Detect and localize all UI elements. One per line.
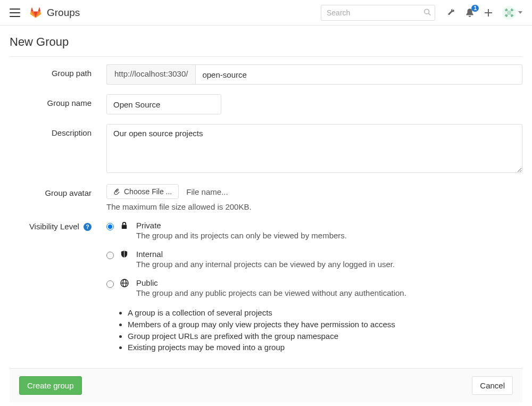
help-icon[interactable]: ? bbox=[84, 223, 92, 231]
label-description: Description bbox=[10, 124, 106, 137]
label-visibility: Visibility Level ? bbox=[10, 221, 106, 231]
info-item: Existing projects may be moved into a gr… bbox=[128, 342, 522, 353]
notifications-icon[interactable]: 1 bbox=[465, 8, 475, 18]
visibility-title: Private bbox=[136, 221, 522, 230]
visibility-title: Internal bbox=[136, 250, 522, 259]
tanuki-icon bbox=[30, 7, 41, 19]
group-info-list: A group is a collection of several proje… bbox=[106, 307, 522, 353]
visibility-option-public: Public The group and any public projects… bbox=[106, 278, 522, 297]
admin-wrench-icon[interactable] bbox=[447, 9, 455, 17]
notification-badge: 1 bbox=[471, 5, 479, 12]
shield-icon bbox=[120, 250, 130, 260]
row-group-name: Group name bbox=[10, 94, 522, 114]
visibility-option-private: Private The group and its projects can o… bbox=[106, 221, 522, 240]
label-group-avatar: Group avatar bbox=[10, 184, 106, 197]
visibility-radio-private[interactable] bbox=[106, 223, 114, 230]
label-group-name: Group name bbox=[10, 94, 106, 107]
row-description: Description bbox=[10, 124, 522, 175]
user-menu[interactable] bbox=[502, 6, 522, 20]
visibility-title: Public bbox=[136, 278, 522, 287]
description-input[interactable] bbox=[106, 124, 522, 173]
cancel-button[interactable]: Cancel bbox=[472, 376, 513, 395]
globe-icon bbox=[120, 279, 130, 289]
row-visibility: Visibility Level ? Private The group and… bbox=[10, 221, 522, 353]
header-actions: 1 bbox=[447, 6, 522, 20]
choose-file-label: Choose File ... bbox=[124, 187, 172, 196]
row-group-avatar: Group avatar Choose File ... File name..… bbox=[10, 184, 522, 211]
visibility-desc: The group and any public projects can be… bbox=[136, 288, 522, 297]
brand-title[interactable]: Groups bbox=[47, 7, 80, 19]
row-group-path: Group path http://localhost:3030/ bbox=[10, 64, 522, 85]
label-group-path: Group path bbox=[10, 64, 106, 78]
lock-icon bbox=[120, 221, 130, 231]
avatar bbox=[502, 6, 516, 20]
visibility-radio-public[interactable] bbox=[106, 280, 114, 288]
avatar-help-text: The maximum file size allowed is 200KB. bbox=[106, 202, 522, 211]
main-container: New Group Group path http://localhost:30… bbox=[0, 26, 532, 368]
chevron-down-icon bbox=[518, 11, 522, 14]
info-item: Group project URLs are prefixed with the… bbox=[128, 330, 522, 342]
svg-rect-4 bbox=[122, 225, 127, 229]
visibility-radio-internal[interactable] bbox=[106, 252, 114, 259]
info-item: A group is a collection of several proje… bbox=[128, 307, 522, 319]
paperclip-icon bbox=[113, 188, 120, 195]
visibility-desc: The group and any internal projects can … bbox=[136, 260, 522, 269]
file-name-display: File name... bbox=[186, 187, 228, 196]
form-footer: Create group Cancel bbox=[10, 368, 522, 402]
svg-rect-3 bbox=[485, 12, 492, 13]
group-path-prefix: http://localhost:3030/ bbox=[106, 64, 195, 85]
new-group-form: Group path http://localhost:3030/ Group … bbox=[10, 57, 522, 368]
group-name-input[interactable] bbox=[106, 94, 221, 114]
choose-file-button[interactable]: Choose File ... bbox=[106, 184, 179, 199]
plus-icon[interactable] bbox=[484, 9, 493, 17]
search-box bbox=[321, 5, 435, 21]
search-input[interactable] bbox=[321, 5, 435, 21]
create-group-button[interactable]: Create group bbox=[19, 376, 82, 395]
info-item: Members of a group may only view project… bbox=[128, 319, 522, 330]
visibility-option-internal: Internal The group and any internal proj… bbox=[106, 250, 522, 269]
visibility-desc: The group and its projects can only be v… bbox=[136, 231, 522, 240]
hamburger-icon[interactable] bbox=[10, 9, 20, 17]
gitlab-logo[interactable] bbox=[30, 7, 41, 19]
page-title: New Group bbox=[10, 35, 522, 56]
app-header: Groups 1 bbox=[0, 0, 532, 26]
group-path-input[interactable] bbox=[195, 64, 522, 85]
